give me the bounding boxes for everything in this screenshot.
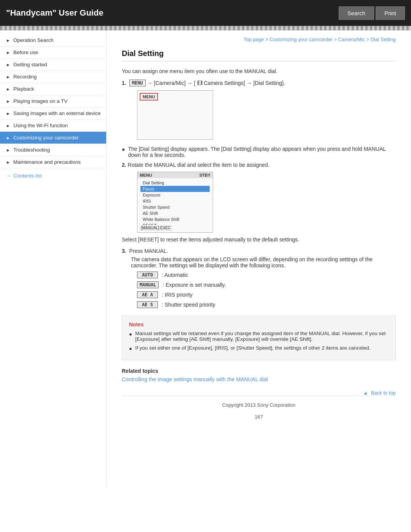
content-area: Top page > Customizing your camcorder > … (107, 30, 411, 487)
notes-title: Notes (129, 321, 389, 328)
sidebar-item-wifi[interactable]: ► Using the Wi-Fi function (0, 120, 106, 132)
main-layout: ► Operation Search ► Before use ► Gettin… (0, 30, 411, 487)
sidebar-arrow-icon: ► (6, 99, 10, 104)
step-1-text: [Camera/Mic] (154, 80, 186, 86)
back-to-top-arrow-icon: ▲ (363, 390, 368, 396)
back-to-top[interactable]: ▲ Back to top (122, 390, 396, 396)
breadcrumb-sep2: > (334, 37, 338, 42)
contents-list-link[interactable]: → Contents list (0, 168, 106, 183)
sidebar-item-playing-images-tv[interactable]: ► Playing images on a TV (0, 95, 106, 107)
dial-item-dial-setting: Dial Setting (140, 180, 210, 186)
icon-manual: MANUAL (137, 281, 159, 288)
icon-aes: AE S (137, 301, 158, 308)
breadcrumb: Top page > Customizing your camcorder > … (122, 37, 396, 42)
icon-aea: AE A (137, 291, 158, 298)
page-title: Dial Setting (122, 49, 396, 61)
contents-arrow-icon: → (6, 173, 11, 179)
step-3-text: 3. Press MANUAL. (122, 248, 396, 254)
dial-item-focus: Focus (140, 186, 210, 192)
related-link[interactable]: Controlling the image settings manually … (122, 376, 268, 382)
select-reset-text: Select [RESET] to reset the items adjust… (122, 236, 396, 243)
step-1-num: 1. (122, 80, 126, 86)
step-1: 1. MENU → [Camera/Mic] → [ 🎞 Camera Sett… (122, 80, 396, 140)
arrow-sym2: → (187, 80, 193, 86)
step-1-line: 1. MENU → [Camera/Mic] → [ 🎞 Camera Sett… (122, 80, 396, 86)
arrow-sym: → (147, 80, 153, 86)
sidebar-arrow-icon: ► (6, 62, 10, 67)
sidebar-item-saving-images[interactable]: ► Saving images with an external device (0, 107, 106, 120)
sidebar-item-maintenance[interactable]: ► Maintenance and precautions (0, 156, 106, 168)
sidebar-item-before-use[interactable]: ► Before use (0, 46, 106, 59)
menu-key: MENU (129, 80, 146, 86)
menu-button-image: MENU (140, 93, 158, 101)
search-button[interactable]: Search (339, 6, 374, 20)
breadcrumb-dial-setting: Dial Setting (371, 37, 396, 42)
intro-text: You can assign one menu item you often u… (122, 68, 396, 74)
dial-top-bar: MENU STBY (137, 172, 213, 178)
dial-setting-image: MENU STBY Dial Setting Focus Exposure IR… (137, 172, 213, 233)
page-number: 167 (122, 411, 396, 426)
notes-bullet-1: ● Manual settings will be retained even … (129, 331, 389, 342)
dial-item-ae-shift: AE Shift (140, 210, 210, 216)
dial-bottom-bar: [MANUAL] EXEC (140, 225, 172, 231)
step-2: 2. Rotate the MANUAL dial and select the… (122, 162, 396, 243)
icon-auto-text: : Automatic (162, 272, 188, 278)
breadcrumb-sep1: > (265, 37, 269, 42)
step-1-cam-settings: [ 🎞 Camera Settings] (194, 80, 245, 86)
notes-bullet-icon-2: ● (129, 346, 132, 351)
dial-menu-label: MENU (140, 173, 152, 177)
sidebar-arrow-icon: ► (6, 148, 10, 152)
sidebar-arrow-icon: ► (6, 123, 10, 128)
print-button[interactable]: Print (376, 6, 405, 20)
stripe-bar (0, 26, 411, 30)
sidebar-arrow-icon: ► (6, 38, 10, 43)
breadcrumb-top[interactable]: Top page (244, 37, 264, 42)
step-1-dial: [Dial Setting]. (253, 80, 285, 86)
icon-aes-text: : Shutter speed priority (162, 302, 215, 308)
bullet-note-1: ● The [Dial Setting] display appears. Th… (122, 146, 396, 158)
icon-aea-row: AE A : IRIS priority (137, 291, 396, 298)
sidebar-item-operation-search[interactable]: ► Operation Search (0, 34, 106, 46)
sidebar-item-playback[interactable]: ► Playback (0, 83, 106, 95)
related-topics-title: Related topics (122, 368, 396, 374)
sidebar-arrow-icon: ► (6, 136, 10, 140)
related-topics: Related topics Controlling the image set… (122, 368, 396, 382)
sidebar-arrow-icon: ► (6, 87, 10, 91)
header: "Handycam" User Guide Search Print (0, 0, 411, 26)
step-3-num: 3. (122, 248, 126, 254)
sidebar-item-customizing[interactable]: ► Customizing your camcorder (0, 132, 106, 144)
step-3-sub: The camera data that appears on the LCD … (131, 256, 396, 268)
sidebar: ► Operation Search ► Before use ► Gettin… (0, 30, 107, 487)
step-3: 3. Press MANUAL. The camera data that ap… (122, 248, 396, 308)
header-buttons: Search Print (339, 6, 405, 20)
notes-bullet-icon-1: ● (129, 331, 132, 337)
sidebar-item-getting-started[interactable]: ► Getting started (0, 59, 106, 71)
dial-stby-label: STBY (199, 173, 210, 177)
icon-manual-row: MANUAL : Exposure is set manually. (137, 281, 396, 288)
sidebar-item-troubleshooting[interactable]: ► Troubleshooting (0, 144, 106, 156)
icon-auto: AUTO (137, 272, 158, 278)
sidebar-arrow-icon: ► (6, 75, 10, 79)
step-2-num: 2. (122, 162, 126, 168)
breadcrumb-sep3: > (366, 37, 370, 42)
camera-menu-image: MENU (137, 90, 213, 140)
icon-auto-row: AUTO : Automatic (137, 272, 396, 278)
dial-item-wb-shift: White Balance Shift (140, 216, 210, 222)
breadcrumb-customizing[interactable]: Customizing your camcorder (269, 37, 332, 42)
app-title: "Handycam" User Guide (6, 8, 104, 18)
step-2-text: 2. Rotate the MANUAL dial and select the… (122, 162, 396, 168)
icon-aea-text: : IRIS priority (162, 292, 193, 298)
notes-box: Notes ● Manual settings will be retained… (122, 316, 396, 360)
icon-manual-text: : Exposure is set manually. (162, 282, 226, 288)
sidebar-item-recording[interactable]: ► Recording (0, 71, 106, 83)
sidebar-arrow-icon: ► (6, 160, 10, 165)
footer: Copyright 2013 Sony Corporation (122, 396, 396, 411)
icon-aes-row: AE S : Shutter speed priority (137, 301, 396, 308)
bullet-dot-icon: ● (122, 146, 125, 152)
breadcrumb-camera-mic[interactable]: Camera/Mic (338, 37, 365, 42)
sidebar-arrow-icon: ► (6, 50, 10, 55)
arrow-sym3: → (247, 80, 252, 86)
dial-menu-items: Dial Setting Focus Exposure IRIS Shutter… (137, 178, 213, 230)
dial-item-exposure: Exposure (140, 192, 210, 198)
notes-bullet-2: ● If you set either one of [Exposure], [… (129, 345, 389, 351)
